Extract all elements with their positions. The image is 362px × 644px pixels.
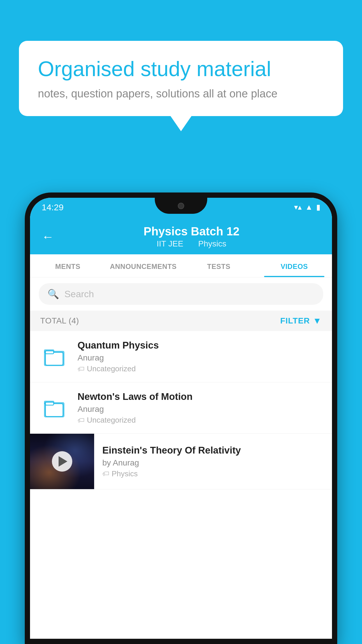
status-icons: ▾▴ ▲ ▮ [294, 203, 320, 212]
video-author: Anurag [78, 405, 322, 414]
tab-ments[interactable]: MENTS [30, 254, 106, 277]
camera-notch [178, 203, 184, 209]
list-item[interactable]: Newton's Laws of Motion Anurag 🏷 Uncateg… [30, 382, 332, 434]
list-item[interactable]: Einstein's Theory Of Relativity by Anura… [30, 434, 332, 489]
play-button[interactable] [52, 451, 72, 472]
video-title: Quantum Physics [78, 340, 322, 351]
tag-icon: 🏷 [78, 416, 85, 424]
tag-icon: 🏷 [78, 365, 85, 373]
video-tag: 🏷 Uncategorized [78, 364, 322, 373]
video-tag: 🏷 Uncategorized [78, 416, 322, 425]
filter-button[interactable]: FILTER ▼ [280, 316, 322, 326]
video-author: by Anurag [102, 458, 322, 468]
search-placeholder: Search [64, 289, 94, 300]
tab-announcements[interactable]: ANNOUNCEMENTS [106, 254, 181, 277]
tag-icon: 🏷 [102, 470, 109, 478]
svg-rect-6 [45, 404, 63, 416]
subtitle-iit: IIT JEE [157, 239, 183, 248]
speech-bubble-subtext: notes, question papers, solutions all at… [38, 88, 324, 100]
total-count: TOTAL (4) [40, 316, 79, 326]
search-icon: 🔍 [48, 288, 59, 300]
folder-icon [44, 345, 66, 368]
video-info: Newton's Laws of Motion Anurag 🏷 Uncateg… [78, 391, 322, 425]
video-tag: 🏷 Physics [102, 469, 322, 478]
battery-icon: ▮ [316, 203, 320, 212]
video-info: Einstein's Theory Of Relativity by Anura… [102, 438, 322, 486]
app-header: ← Physics Batch 12 IIT JEE Physics [30, 217, 332, 254]
phone-device: 14:29 ▾▴ ▲ ▮ ← Physics Batch 12 IIT JEE … [25, 192, 337, 644]
svg-rect-7 [45, 402, 54, 405]
signal-icon: ▲ [305, 203, 313, 212]
tag-label: Uncategorized [87, 364, 136, 373]
folder-icon [44, 396, 66, 420]
filter-bar: TOTAL (4) FILTER ▼ [30, 311, 332, 331]
video-list: Quantum Physics Anurag 🏷 Uncategorized [30, 331, 332, 639]
filter-label: FILTER [280, 316, 310, 326]
wifi-icon: ▾▴ [294, 203, 302, 212]
batch-title: Physics Batch 12 [63, 225, 320, 238]
list-item[interactable]: Quantum Physics Anurag 🏷 Uncategorized [30, 331, 332, 382]
tab-bar: MENTS ANNOUNCEMENTS TESTS VIDEOS [30, 254, 332, 277]
speech-bubble: Organised study material notes, question… [19, 41, 343, 116]
video-title: Einstein's Theory Of Relativity [102, 445, 322, 456]
tag-label: Physics [112, 469, 138, 478]
search-box[interactable]: 🔍 Search [39, 283, 323, 305]
search-container: 🔍 Search [30, 277, 332, 311]
video-author: Anurag [78, 353, 322, 363]
phone-screen: 14:29 ▾▴ ▲ ▮ ← Physics Batch 12 IIT JEE … [30, 198, 332, 639]
filter-icon: ▼ [313, 316, 322, 326]
folder-icon-wrap [40, 396, 69, 420]
notch [155, 198, 207, 214]
svg-rect-2 [45, 352, 63, 365]
back-button[interactable]: ← [42, 230, 54, 244]
play-icon [59, 456, 67, 467]
tab-tests[interactable]: TESTS [181, 254, 256, 277]
video-info: Quantum Physics Anurag 🏷 Uncategorized [78, 340, 322, 373]
header-title-block: Physics Batch 12 IIT JEE Physics [63, 225, 320, 249]
status-bar: 14:29 ▾▴ ▲ ▮ [30, 198, 332, 217]
subtitle-physics: Physics [198, 239, 226, 248]
tag-label: Uncategorized [87, 416, 136, 425]
batch-subtitle: IIT JEE Physics [63, 239, 320, 249]
svg-rect-3 [45, 351, 54, 354]
speech-bubble-container: Organised study material notes, question… [19, 41, 343, 116]
status-time: 14:29 [42, 202, 64, 212]
video-thumbnail [30, 434, 94, 489]
speech-bubble-heading: Organised study material [38, 57, 324, 81]
video-title: Newton's Laws of Motion [78, 391, 322, 402]
tab-videos[interactable]: VIDEOS [256, 254, 332, 277]
folder-icon-wrap [40, 345, 69, 368]
